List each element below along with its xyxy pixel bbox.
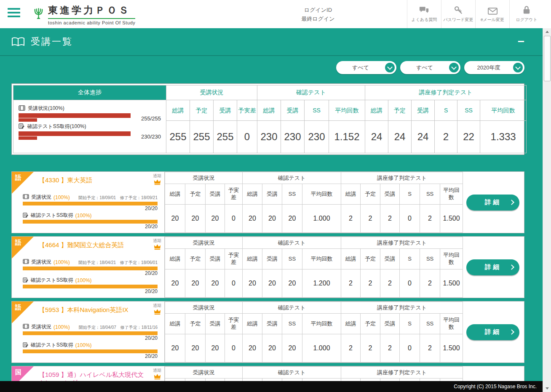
course-value: 20 bbox=[243, 334, 262, 363]
course-column-header: SS bbox=[420, 184, 440, 205]
category-label: 語 bbox=[15, 304, 21, 312]
progress-label: 確認テストSS取得 bbox=[31, 212, 73, 219]
progress-value: 20/20 bbox=[23, 288, 158, 295]
category-corner: 語 bbox=[12, 301, 34, 323]
crown-icon bbox=[154, 244, 161, 251]
chevron-down-icon bbox=[513, 63, 523, 72]
course-value: 1.500 bbox=[440, 205, 463, 233]
group-header: 講座修了判定テスト bbox=[341, 172, 463, 184]
course-value: 20 bbox=[243, 269, 262, 298]
course-value: 2 bbox=[341, 205, 361, 233]
lock-icon bbox=[523, 5, 530, 15]
course-value: 2 bbox=[361, 334, 380, 363]
progress-label: 受講状況 bbox=[31, 323, 51, 331]
detail-button[interactable]: 詳細 bbox=[466, 195, 519, 211]
course-progress: 受講状況(100%) 開始予定：18/04/21 修了予定：18/06/01 2… bbox=[23, 259, 158, 295]
nav-item-logout[interactable]: ログアウト bbox=[509, 0, 543, 28]
chat-icon bbox=[419, 5, 429, 15]
course-column-header: SS bbox=[420, 314, 440, 334]
crown-icon bbox=[154, 179, 161, 187]
course-column-header: 総講 bbox=[243, 184, 262, 205]
course-column-header: 予定 bbox=[185, 249, 206, 269]
group-header: 受講状況 bbox=[165, 237, 243, 249]
last-login-label: 最終ログイン bbox=[278, 15, 358, 24]
course-column-header: SS bbox=[282, 314, 302, 334]
scroll-up-button[interactable] bbox=[543, 28, 551, 35]
filter-year-select[interactable]: 2020年度 bbox=[464, 61, 524, 74]
course-column-header: S bbox=[400, 184, 420, 205]
nav-item-faq[interactable]: よくある質問 bbox=[407, 0, 441, 28]
course-dates: 開始予定：18/04/21 修了予定：18/06/01 bbox=[78, 260, 158, 266]
logo-icon bbox=[33, 7, 44, 22]
course-card: 語 通期 【4664 】難関国立大総合英語 受講状況(100%) 開始予定：18… bbox=[11, 236, 524, 298]
scrollbar-thumb[interactable] bbox=[544, 36, 551, 81]
summary-value: 24 bbox=[365, 121, 388, 153]
course-column-header: 受講 bbox=[206, 184, 225, 205]
course-value: 2 bbox=[420, 334, 440, 363]
summary-column-header: 総講 bbox=[166, 100, 190, 121]
vertical-scrollbar[interactable] bbox=[543, 28, 551, 392]
overall-progress: 受講状況(100%) 255/255 確認テストSS取得(100%) bbox=[13, 100, 166, 153]
course-value: 20 bbox=[243, 205, 262, 233]
progress-percent: (100%) bbox=[53, 195, 70, 200]
course-value: 1.500 bbox=[440, 269, 463, 298]
scroll-down-button[interactable] bbox=[543, 385, 551, 392]
progress-bar bbox=[23, 331, 158, 335]
progress-sub-bar bbox=[19, 118, 37, 122]
term-badge: 通期 bbox=[153, 238, 161, 252]
course-value: 20 bbox=[165, 269, 185, 298]
course-column-header: SS bbox=[282, 249, 302, 269]
group-header: 確認テスト bbox=[257, 85, 365, 100]
course-actions: 詳細 bbox=[462, 301, 524, 363]
filter-select-b[interactable]: すべて bbox=[400, 61, 460, 74]
course-progress: 受講状況(100%) 開始予定：18/09/01 修了予定：18/09/21 2… bbox=[23, 194, 158, 230]
course-dates: 開始予定：18/04/07 修了予定：18/11/16 bbox=[79, 325, 158, 331]
term-badge: 通期 bbox=[153, 303, 161, 317]
progress-value: 20/20 bbox=[23, 353, 158, 360]
course-column-header: 総講 bbox=[243, 249, 262, 269]
nav-item-email[interactable]: eメール変更 bbox=[475, 0, 509, 28]
course-column-header: 総講 bbox=[341, 249, 361, 269]
summary-value: 1.333 bbox=[480, 121, 527, 153]
course-column-header: 総講 bbox=[165, 249, 185, 269]
course-value: 1.000 bbox=[302, 205, 341, 233]
course-value: 20 bbox=[206, 269, 225, 298]
summary-value: 230 bbox=[281, 121, 305, 153]
progress-percent: (100%) bbox=[53, 324, 70, 330]
category-label: 語 bbox=[15, 174, 21, 182]
course-column-header: 平均回数 bbox=[440, 249, 463, 269]
course-stats-table: 受講状況 確認テスト 講座修了判定テスト 総講予定受講予実差総講受講SS平均回数… bbox=[165, 237, 462, 298]
course-actions: 詳細 bbox=[462, 237, 524, 298]
filter-select-a[interactable]: すべて bbox=[336, 61, 396, 74]
detail-button[interactable]: 詳細 bbox=[466, 324, 519, 340]
course-title[interactable]: 【4664 】難関国立大総合英語 bbox=[39, 241, 145, 257]
video-icon bbox=[19, 105, 25, 112]
group-header: 受講状況 bbox=[165, 172, 243, 184]
summary-column-header: 受講 bbox=[281, 100, 305, 121]
overall-header: 全体進捗 bbox=[13, 85, 166, 100]
nav-item-password[interactable]: パスワード変更 bbox=[441, 0, 475, 28]
course-column-header: 予定 bbox=[361, 249, 380, 269]
course-title[interactable]: 【5953 】本科Navigation英語IX bbox=[39, 306, 145, 322]
summary-value: 2 bbox=[435, 121, 457, 153]
menu-button[interactable] bbox=[8, 8, 20, 19]
summary-value: 255 bbox=[214, 121, 237, 153]
detail-button[interactable]: 詳細 bbox=[466, 259, 519, 275]
video-icon bbox=[23, 194, 29, 200]
course-value: 20 bbox=[165, 334, 185, 363]
progress-bar bbox=[19, 113, 131, 118]
term-badge: 通期 bbox=[153, 173, 161, 187]
course-value: 20 bbox=[262, 205, 282, 233]
summary-column-header: 総講 bbox=[365, 100, 388, 121]
app-logo[interactable]: 東進学力ＰＯＳ toshin academic ability Point Of… bbox=[33, 4, 135, 25]
course-title[interactable]: 【4330 】東大英語 bbox=[39, 176, 145, 192]
course-column-header: 平均回数 bbox=[440, 184, 463, 205]
collapse-button[interactable]: − bbox=[518, 36, 524, 48]
course-value: 1.200 bbox=[302, 269, 341, 298]
course-column-header: 受講 bbox=[206, 314, 225, 334]
course-value: 2 bbox=[341, 334, 361, 363]
progress-bar bbox=[23, 202, 158, 205]
course-value: 2 bbox=[380, 269, 400, 298]
course-value: 20 bbox=[282, 205, 302, 233]
group-header: 講座修了判定テスト bbox=[341, 237, 463, 249]
